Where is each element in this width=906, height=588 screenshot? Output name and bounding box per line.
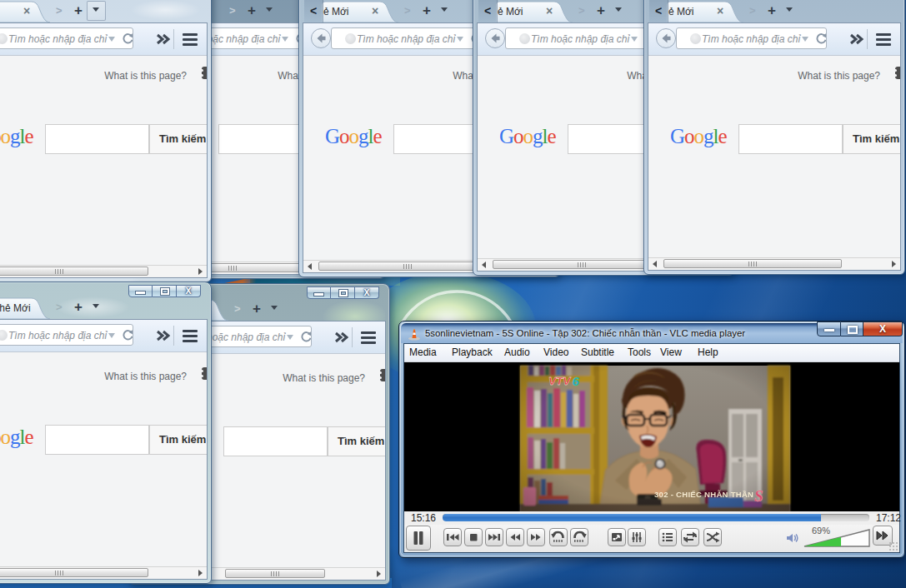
url-bar[interactable]: Tìm hoặc nhập địa chỉ bbox=[0, 27, 133, 49]
close-icon[interactable]: X bbox=[355, 287, 378, 298]
menu-icon-bar[interactable] bbox=[361, 336, 376, 339]
toolbar-overflow-button[interactable] bbox=[849, 33, 863, 47]
google-logo[interactable]: Google bbox=[670, 125, 727, 148]
menu-button[interactable] bbox=[183, 33, 198, 46]
globe-icon[interactable] bbox=[0, 33, 8, 44]
vlc-menu-video[interactable]: Video bbox=[543, 346, 568, 358]
tab-new-tab[interactable]: Thẻ Mới bbox=[0, 297, 50, 319]
toolbar-separator[interactable] bbox=[173, 29, 174, 49]
scrollbar-right-arrow-icon[interactable] bbox=[892, 261, 896, 267]
page-content[interactable]: What is this page?GoogleTìm kiếm bbox=[0, 352, 207, 566]
page-clipped-icon[interactable] bbox=[202, 67, 207, 79]
vlc-menu-view[interactable]: View bbox=[660, 346, 682, 358]
google-logo[interactable]: Google bbox=[499, 125, 556, 148]
firefox-window[interactable]: ×<>+ Tìm hoặc nhập địa chỉ What is this … bbox=[0, 0, 212, 282]
tab-scroll-right-button[interactable]: > bbox=[56, 301, 63, 313]
tab-title[interactable]: ẻ Mới bbox=[323, 6, 349, 17]
tab-title[interactable]: ẻ Mới bbox=[498, 6, 523, 17]
maximize-icon[interactable] bbox=[161, 288, 169, 295]
url-dropdown-icon[interactable] bbox=[282, 37, 288, 42]
page-question-text[interactable]: What is this page? bbox=[104, 371, 187, 382]
glass-reflection[interactable] bbox=[130, 0, 201, 20]
menu-icon-bar[interactable] bbox=[361, 331, 376, 334]
vlc-title[interactable]: 5sonlinevietnam - 5S Online - Tập 302: C… bbox=[425, 328, 745, 338]
tab-title[interactable]: ẻ Mới bbox=[668, 6, 694, 17]
search-button[interactable]: Tìm kiếm bbox=[149, 425, 207, 455]
vlc-fast-forward-button[interactable] bbox=[527, 528, 545, 546]
globe-icon[interactable] bbox=[690, 33, 701, 44]
window-controls[interactable]: X bbox=[128, 285, 201, 297]
scrollbar-left-arrow-icon[interactable] bbox=[308, 263, 312, 270]
scrollbar-grip[interactable] bbox=[271, 571, 279, 576]
window-controls[interactable]: X bbox=[307, 287, 379, 299]
horizontal-scrollbar[interactable] bbox=[0, 265, 207, 277]
new-tab-button[interactable]: + bbox=[591, 0, 611, 22]
toolbar-overflow-button[interactable] bbox=[156, 330, 170, 344]
minimize-icon[interactable] bbox=[314, 293, 323, 296]
vlc-jump-forward-button[interactable] bbox=[570, 528, 588, 546]
vlc-window[interactable]: 5sonlinevietnam - 5S Online - Tập 302: C… bbox=[398, 321, 905, 558]
tab-scroll-right-button[interactable]: > bbox=[404, 4, 411, 17]
reload-icon[interactable] bbox=[122, 32, 133, 48]
vlc-next-button[interactable] bbox=[485, 528, 503, 546]
url-bar[interactable]: Tìm hoặc nhập địa chỉ bbox=[505, 27, 656, 49]
vlc-menu-playback[interactable]: Playback bbox=[452, 346, 493, 358]
new-tab-button[interactable]: + bbox=[242, 0, 262, 22]
vlc-close-button[interactable]: X bbox=[863, 321, 903, 336]
tab-new-tab[interactable]: ×ẻ Mới bbox=[496, 1, 573, 22]
window-frame[interactable]: Tìm hoặc nhập địa chỉ What is this page?… bbox=[648, 22, 901, 271]
url-placeholder[interactable]: Tìm hoặc nhập địa chỉ bbox=[8, 33, 107, 45]
page-content[interactable]: What is this page?GoogleTìm kiếm bbox=[0, 56, 207, 265]
vlc-stop-button[interactable] bbox=[464, 528, 483, 546]
url-bar[interactable]: Tìm hoặc nhập địa chỉ bbox=[0, 324, 133, 346]
url-dropdown-icon[interactable] bbox=[287, 335, 293, 340]
tab-list-dropdown-icon[interactable] bbox=[93, 7, 99, 12]
minimize-button[interactable] bbox=[128, 285, 153, 297]
vlc-menu-media[interactable]: Media bbox=[409, 346, 437, 358]
scrollbar-left-arrow-icon[interactable] bbox=[482, 262, 486, 268]
search-button[interactable]: Tìm kiếm bbox=[149, 124, 207, 154]
search-button[interactable]: Tìm kiếm bbox=[843, 124, 900, 154]
google-logo[interactable]: Google bbox=[0, 125, 33, 148]
url-dropdown-icon[interactable] bbox=[631, 37, 638, 42]
menu-icon-bar[interactable] bbox=[876, 38, 891, 41]
google-search-row[interactable]: GoogleTìm kiếm bbox=[648, 124, 900, 154]
search-input[interactable] bbox=[738, 124, 843, 154]
url-dropdown-icon[interactable] bbox=[108, 333, 115, 338]
tab-list-dropdown-icon[interactable] bbox=[615, 7, 622, 12]
tab-strip[interactable]: Thẻ Mới>+ bbox=[0, 296, 207, 319]
page-clipped-icon[interactable] bbox=[202, 367, 207, 380]
maximize-button[interactable] bbox=[331, 287, 355, 299]
vlc-seek-fill[interactable] bbox=[443, 514, 821, 521]
vlc-loop-button[interactable] bbox=[681, 528, 699, 546]
scrollbar-grip[interactable] bbox=[55, 269, 63, 274]
tab-list-dropdown-icon[interactable] bbox=[271, 306, 278, 310]
url-dropdown-icon[interactable] bbox=[802, 37, 808, 42]
scrollbar-left-arrow-icon[interactable] bbox=[653, 261, 657, 267]
tab-new-tab[interactable]: × bbox=[0, 1, 50, 22]
scrollbar-thumb[interactable] bbox=[663, 259, 842, 268]
scrollbar-grip[interactable] bbox=[55, 571, 63, 576]
tab-scroll-left-button[interactable]: < bbox=[304, 0, 323, 22]
menu-icon-bar[interactable] bbox=[183, 38, 198, 41]
scrollbar-thumb[interactable] bbox=[225, 569, 325, 578]
tab-list-dropdown-icon[interactable] bbox=[93, 304, 99, 308]
page-question-text[interactable]: What is this page? bbox=[104, 70, 187, 82]
tab-list-dropdown-icon[interactable] bbox=[266, 7, 273, 12]
tab-strip[interactable]: ×ẻ Mới<>+ bbox=[648, 0, 900, 22]
vlc-fullscreen-button[interactable] bbox=[608, 528, 626, 546]
glass-reflection[interactable] bbox=[322, 300, 385, 321]
new-tab-button[interactable]: + bbox=[68, 296, 88, 318]
vlc-volume-percent[interactable]: 69% bbox=[812, 526, 830, 536]
vlc-menu-audio[interactable]: Audio bbox=[504, 346, 530, 358]
page-clipped-icon[interactable] bbox=[895, 67, 900, 79]
reload-icon[interactable] bbox=[122, 329, 133, 345]
vlc-frame[interactable]: MediaPlaybackAudioVideoSubtitleToolsView… bbox=[403, 343, 900, 553]
close-button[interactable]: X bbox=[355, 287, 379, 299]
url-bar[interactable]: Tìm hoặc nhập địa chỉ bbox=[676, 27, 827, 49]
minimize-icon[interactable] bbox=[824, 329, 834, 331]
scrollbar-grip[interactable] bbox=[578, 262, 586, 267]
url-dropdown-icon[interactable] bbox=[108, 37, 115, 42]
tab-list-dropdown-icon[interactable] bbox=[786, 7, 793, 12]
back-button[interactable] bbox=[485, 28, 505, 48]
